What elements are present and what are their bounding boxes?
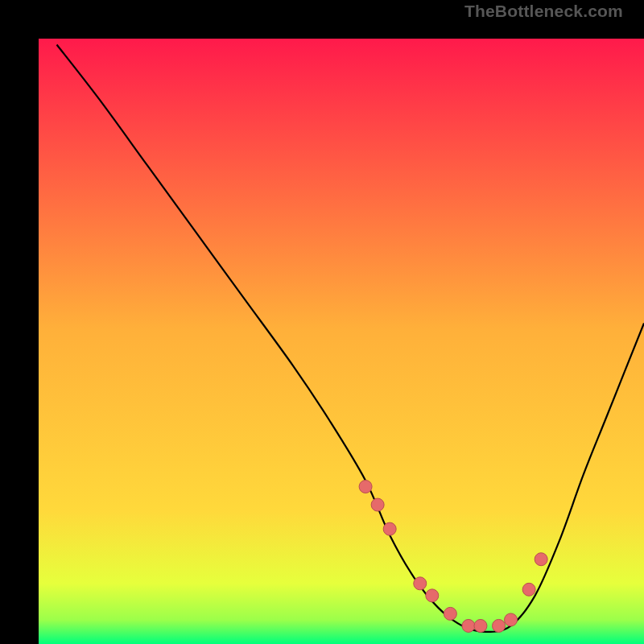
highlight-point <box>444 607 456 620</box>
bottleneck-chart <box>39 39 644 644</box>
highlight-point <box>535 553 547 566</box>
highlight-point <box>505 613 518 626</box>
watermark-text: TheBottleneck.com <box>464 2 623 21</box>
highlight-point <box>462 619 475 632</box>
highlight-point <box>426 589 439 602</box>
chart-frame <box>19 19 625 625</box>
gradient-background <box>39 39 644 644</box>
highlight-point <box>522 583 535 596</box>
highlight-point <box>383 522 396 535</box>
highlight-point <box>474 619 487 632</box>
highlight-point <box>414 577 427 590</box>
highlight-point <box>359 480 372 493</box>
highlight-point <box>493 619 506 632</box>
highlight-point <box>371 498 384 511</box>
